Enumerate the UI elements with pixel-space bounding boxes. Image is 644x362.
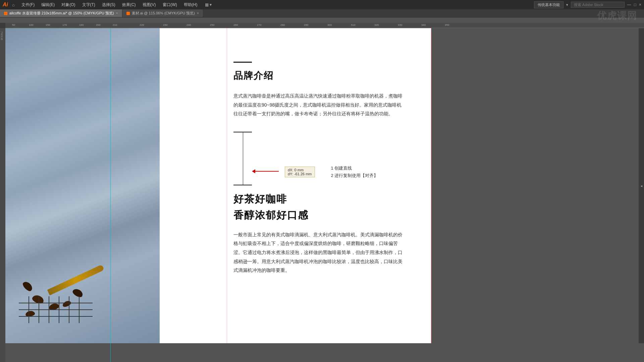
menu-effects[interactable]: 效果(C)	[119, 1, 139, 8]
fabric-gradient	[5, 28, 160, 343]
step-1: 1 创建直线	[331, 165, 378, 171]
grid-rack	[19, 296, 93, 323]
tooltip-line1: dX: 0 mm	[288, 168, 312, 172]
tooltip-line2: dY: -61.26 mm	[288, 172, 312, 176]
ruler-label-270: 270	[257, 23, 261, 26]
vertical-divider-line	[243, 132, 243, 185]
guide-v-doc	[227, 28, 227, 343]
menu-object[interactable]: 对象(O)	[59, 1, 78, 8]
panel-arrow-icon[interactable]: ◂	[641, 184, 642, 188]
search-input[interactable]	[571, 2, 625, 8]
menu-help[interactable]: 帮助(H)	[181, 1, 200, 8]
h-line-bottom	[233, 185, 252, 185]
h-line-top	[233, 132, 252, 132]
tab-icon-1	[4, 12, 7, 15]
ruler-label-170: 170	[62, 23, 67, 26]
right-panel-toggle[interactable]: ◂	[639, 28, 644, 343]
photo-panel	[5, 28, 160, 343]
window-close[interactable]: ×	[639, 2, 641, 7]
ruler-label-290: 290	[304, 23, 308, 26]
document: 品牌介绍 意式蒸汽咖啡壶是种通过高压高温让蒸汽快速通过咖啡粉萃取咖啡的机器，煮咖…	[160, 28, 431, 343]
ruler-label-220: 220	[140, 23, 144, 26]
menu-right: 传统基本功能 ▾ — □ ×	[534, 1, 641, 8]
ruler-label-190: 190	[79, 23, 84, 26]
section2-title2: 香醇浓郁好口感	[233, 208, 405, 222]
tab-素材[interactable]: 素材.ai @ 115.06% (CMYK/GPU 预览) ×	[122, 9, 203, 17]
section1-title: 品牌介绍	[233, 69, 405, 82]
ruler-label-210: 210	[113, 23, 117, 26]
section1-body: 意式蒸汽咖啡壶是种通过高压高温让蒸汽快速通过咖啡粉萃取咖啡的机器，煮咖啡的最佳温…	[233, 92, 405, 118]
menu-window[interactable]: 窗口(W)	[160, 1, 180, 8]
ruler-label-100: 100	[29, 23, 33, 26]
ruler-label-150: 150	[46, 23, 50, 26]
menu-view[interactable]: 视图(V)	[140, 1, 159, 8]
section1: 品牌介绍 意式蒸汽咖啡壶是种通过高压高温让蒸汽快速通过咖啡粉萃取咖啡的机器，煮咖…	[227, 62, 405, 275]
tab-close-2[interactable]: ×	[197, 11, 199, 15]
ruler-label-340: 340	[421, 23, 426, 26]
ruler-label-230: 230	[163, 23, 167, 26]
ruler-corner	[0, 23, 5, 28]
ruler-horizontal: 50 100 150 170 190 200 210 220 230 240 2…	[5, 23, 644, 28]
ruler-v-label: 7 8 9 10	[1, 32, 3, 40]
menu-bar: Ai ⌂ 文件(F) 编辑(E) 对象(O) 文字(T) 选择(S) 效果(C)…	[0, 0, 644, 9]
divider-section: dX: 0 mm dY: -61.26 mm 1 创建直线 2 进行复制使用【对…	[233, 132, 405, 185]
tab-label-1: allcoffe 水壶宣传册 210x185mm.ai* @ 150% (CMY…	[9, 11, 114, 16]
app-logo: Ai	[3, 2, 8, 8]
svg-marker-11	[252, 169, 255, 173]
feature-button[interactable]: 传统基本功能	[534, 1, 564, 8]
ruler-label-300: 300	[327, 23, 332, 26]
ruler-label-260: 260	[233, 23, 238, 26]
canvas-area[interactable]: 品牌介绍 意式蒸汽咖啡壶是种通过高压高温让蒸汽快速通过咖啡粉萃取咖啡的机器，煮咖…	[5, 28, 644, 362]
ruler-label-310: 310	[351, 23, 355, 26]
dropdown-icon[interactable]: ▾	[566, 3, 568, 7]
menu-text[interactable]: 文字(T)	[79, 1, 98, 8]
guide-line-cyan	[110, 28, 111, 362]
tab-bar: allcoffe 水壶宣传册 210x185mm.ai* @ 150% (CMY…	[0, 9, 644, 17]
step-2: 2 进行复制使用【对齐】	[331, 173, 378, 179]
ruler-label-330: 330	[398, 23, 402, 26]
ruler-vertical: 7 8 9 10	[0, 28, 5, 362]
ruler-label-280: 280	[280, 23, 285, 26]
ruler-label-240: 240	[186, 23, 191, 26]
menu-file[interactable]: 文件(F)	[19, 1, 37, 8]
mode-icons: ▦ ▾	[205, 2, 212, 7]
arrow-container	[252, 168, 282, 176]
home-icon[interactable]: ⌂	[12, 2, 15, 7]
ruler-label-350: 350	[445, 23, 449, 26]
tab-allcoffe[interactable]: allcoffe 水壶宣传册 210x185mm.ai* @ 150% (CMY…	[0, 9, 122, 17]
tab-close-1[interactable]: ×	[116, 11, 118, 15]
section-decorative-line	[233, 62, 252, 63]
ruler-label-250: 250	[210, 23, 214, 26]
tab-label-2: 素材.ai @ 115.06% (CMYK/GPU 预览)	[132, 11, 195, 16]
window-maximize[interactable]: □	[634, 2, 636, 7]
annotation-steps: 1 创建直线 2 进行复制使用【对齐】	[331, 165, 378, 179]
tab-icon-2	[126, 12, 130, 15]
menu-select[interactable]: 选择(S)	[99, 1, 118, 8]
section2-title1: 好茶好咖啡	[233, 192, 405, 206]
workspace: 50 100 150 170 190 200 210 220 230 240 2…	[0, 23, 644, 362]
ruler-label-50: 50	[12, 23, 15, 26]
tooltip-box: dX: 0 mm dY: -61.26 mm	[285, 167, 315, 177]
menu-edit[interactable]: 编辑(E)	[39, 1, 57, 8]
photo-background	[5, 28, 160, 343]
right-gray-area	[431, 28, 498, 343]
annotation-group: dX: 0 mm dY: -61.26 mm 1 创建直线 2 进行复制使用【对…	[252, 165, 378, 179]
window-minimize[interactable]: —	[627, 2, 631, 7]
section2-body: 一般市面上常见的有美式咖啡滴漏机、意大利式蒸汽咖啡机。美式滴漏咖啡机的价格与虹吸…	[233, 230, 405, 275]
ruler-label-320: 320	[374, 23, 379, 26]
red-arrow-svg	[252, 168, 282, 175]
ruler-label-200: 200	[96, 23, 100, 26]
